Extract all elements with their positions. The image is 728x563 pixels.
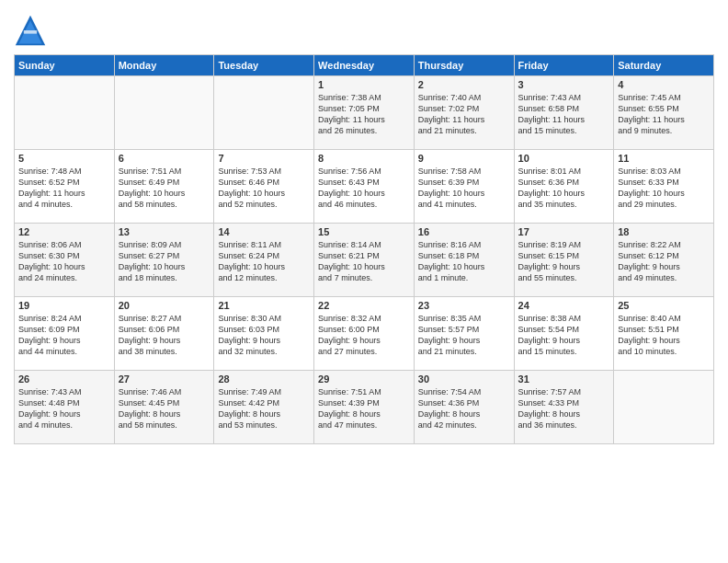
day-info: Sunrise: 7:51 AM Sunset: 4:39 PM Dayligh… xyxy=(318,386,410,431)
weekday-header-monday: Monday xyxy=(114,55,214,76)
day-number: 12 xyxy=(18,226,110,237)
day-info: Sunrise: 7:48 AM Sunset: 6:52 PM Dayligh… xyxy=(18,166,110,211)
calendar-cell: 11Sunrise: 8:03 AM Sunset: 6:33 PM Dayli… xyxy=(614,150,714,224)
weekday-header-row: SundayMondayTuesdayWednesdayThursdayFrid… xyxy=(15,55,714,76)
calendar-cell: 7Sunrise: 7:53 AM Sunset: 6:46 PM Daylig… xyxy=(214,150,314,224)
calendar-cell: 19Sunrise: 8:24 AM Sunset: 6:09 PM Dayli… xyxy=(15,297,115,371)
calendar-week-4: 19Sunrise: 8:24 AM Sunset: 6:09 PM Dayli… xyxy=(15,297,714,371)
day-info: Sunrise: 8:27 AM Sunset: 6:06 PM Dayligh… xyxy=(119,313,210,358)
calendar-cell xyxy=(614,371,714,444)
day-info: Sunrise: 7:46 AM Sunset: 4:45 PM Dayligh… xyxy=(119,386,210,431)
day-info: Sunrise: 8:40 AM Sunset: 5:51 PM Dayligh… xyxy=(618,313,710,358)
day-info: Sunrise: 8:06 AM Sunset: 6:30 PM Dayligh… xyxy=(18,239,110,284)
day-number: 10 xyxy=(518,153,610,164)
day-number: 11 xyxy=(618,153,710,164)
day-number: 5 xyxy=(18,153,110,164)
calendar-cell: 28Sunrise: 7:49 AM Sunset: 4:42 PM Dayli… xyxy=(214,371,314,444)
weekday-header-friday: Friday xyxy=(514,55,614,76)
day-number: 1 xyxy=(318,79,410,90)
calendar-cell: 12Sunrise: 8:06 AM Sunset: 6:30 PM Dayli… xyxy=(15,224,115,297)
svg-rect-2 xyxy=(24,30,37,34)
day-info: Sunrise: 7:43 AM Sunset: 6:58 PM Dayligh… xyxy=(518,92,610,137)
page-container: SundayMondayTuesdayWednesdayThursdayFrid… xyxy=(0,0,728,449)
day-info: Sunrise: 8:38 AM Sunset: 5:54 PM Dayligh… xyxy=(518,313,610,358)
day-info: Sunrise: 8:11 AM Sunset: 6:24 PM Dayligh… xyxy=(218,239,310,284)
calendar-cell: 25Sunrise: 8:40 AM Sunset: 5:51 PM Dayli… xyxy=(614,297,714,371)
weekday-header-thursday: Thursday xyxy=(414,55,514,76)
day-number: 30 xyxy=(418,373,510,385)
day-info: Sunrise: 8:16 AM Sunset: 6:18 PM Dayligh… xyxy=(418,239,510,284)
calendar-week-2: 5Sunrise: 7:48 AM Sunset: 6:52 PM Daylig… xyxy=(15,150,714,224)
day-number: 14 xyxy=(218,226,310,237)
calendar-cell: 30Sunrise: 7:54 AM Sunset: 4:36 PM Dayli… xyxy=(414,371,514,444)
day-info: Sunrise: 8:24 AM Sunset: 6:09 PM Dayligh… xyxy=(18,313,110,358)
calendar-cell: 8Sunrise: 7:56 AM Sunset: 6:43 PM Daylig… xyxy=(314,150,415,224)
day-number: 16 xyxy=(418,226,510,237)
calendar-cell: 20Sunrise: 8:27 AM Sunset: 6:06 PM Dayli… xyxy=(114,297,214,371)
day-info: Sunrise: 8:19 AM Sunset: 6:15 PM Dayligh… xyxy=(518,239,610,284)
calendar-cell: 16Sunrise: 8:16 AM Sunset: 6:18 PM Dayli… xyxy=(414,224,514,297)
calendar-cell: 9Sunrise: 7:58 AM Sunset: 6:39 PM Daylig… xyxy=(414,150,514,224)
day-info: Sunrise: 8:32 AM Sunset: 6:00 PM Dayligh… xyxy=(318,313,410,358)
calendar-cell: 2Sunrise: 7:40 AM Sunset: 7:02 PM Daylig… xyxy=(414,76,514,150)
weekday-header-sunday: Sunday xyxy=(15,55,115,76)
day-number: 29 xyxy=(318,373,410,385)
calendar-cell: 3Sunrise: 7:43 AM Sunset: 6:58 PM Daylig… xyxy=(514,76,614,150)
day-info: Sunrise: 7:53 AM Sunset: 6:46 PM Dayligh… xyxy=(218,166,310,211)
day-info: Sunrise: 7:45 AM Sunset: 6:55 PM Dayligh… xyxy=(618,92,710,137)
day-info: Sunrise: 8:35 AM Sunset: 5:57 PM Dayligh… xyxy=(418,313,510,358)
day-info: Sunrise: 8:30 AM Sunset: 6:03 PM Dayligh… xyxy=(218,313,310,358)
day-number: 26 xyxy=(18,373,110,385)
day-number: 3 xyxy=(518,79,610,90)
day-info: Sunrise: 7:49 AM Sunset: 4:42 PM Dayligh… xyxy=(218,386,310,431)
calendar-cell: 5Sunrise: 7:48 AM Sunset: 6:52 PM Daylig… xyxy=(15,150,115,224)
calendar-cell: 1Sunrise: 7:38 AM Sunset: 7:05 PM Daylig… xyxy=(314,76,415,150)
day-info: Sunrise: 7:58 AM Sunset: 6:39 PM Dayligh… xyxy=(418,166,510,211)
calendar-cell: 26Sunrise: 7:43 AM Sunset: 4:48 PM Dayli… xyxy=(15,371,115,444)
calendar-cell xyxy=(214,76,314,150)
weekday-header-wednesday: Wednesday xyxy=(314,55,415,76)
calendar-table: SundayMondayTuesdayWednesdayThursdayFrid… xyxy=(14,54,714,444)
calendar-cell: 15Sunrise: 8:14 AM Sunset: 6:21 PM Dayli… xyxy=(314,224,415,297)
calendar-cell: 6Sunrise: 7:51 AM Sunset: 6:49 PM Daylig… xyxy=(114,150,214,224)
day-number: 19 xyxy=(18,300,110,311)
day-info: Sunrise: 8:09 AM Sunset: 6:27 PM Dayligh… xyxy=(119,239,210,284)
day-number: 13 xyxy=(119,226,210,237)
day-info: Sunrise: 7:51 AM Sunset: 6:49 PM Dayligh… xyxy=(119,166,210,211)
day-number: 7 xyxy=(218,153,310,164)
day-number: 8 xyxy=(318,153,410,164)
calendar-cell: 21Sunrise: 8:30 AM Sunset: 6:03 PM Dayli… xyxy=(214,297,314,371)
day-number: 2 xyxy=(418,79,510,90)
day-info: Sunrise: 8:22 AM Sunset: 6:12 PM Dayligh… xyxy=(618,239,710,284)
day-info: Sunrise: 7:38 AM Sunset: 7:05 PM Dayligh… xyxy=(318,92,410,137)
header xyxy=(14,9,714,47)
calendar-cell: 23Sunrise: 8:35 AM Sunset: 5:57 PM Dayli… xyxy=(414,297,514,371)
day-number: 17 xyxy=(518,226,610,237)
calendar-week-3: 12Sunrise: 8:06 AM Sunset: 6:30 PM Dayli… xyxy=(15,224,714,297)
calendar-cell: 14Sunrise: 8:11 AM Sunset: 6:24 PM Dayli… xyxy=(214,224,314,297)
calendar-cell: 17Sunrise: 8:19 AM Sunset: 6:15 PM Dayli… xyxy=(514,224,614,297)
logo xyxy=(14,14,51,47)
day-number: 15 xyxy=(318,226,410,237)
day-number: 20 xyxy=(119,300,210,311)
weekday-header-saturday: Saturday xyxy=(614,55,714,76)
day-info: Sunrise: 7:43 AM Sunset: 4:48 PM Dayligh… xyxy=(18,386,110,431)
day-number: 21 xyxy=(218,300,310,311)
calendar-cell: 29Sunrise: 7:51 AM Sunset: 4:39 PM Dayli… xyxy=(314,371,415,444)
day-number: 31 xyxy=(518,373,610,385)
day-info: Sunrise: 8:03 AM Sunset: 6:33 PM Dayligh… xyxy=(618,166,710,211)
calendar-cell xyxy=(114,76,214,150)
weekday-header-tuesday: Tuesday xyxy=(214,55,314,76)
calendar-cell xyxy=(15,76,115,150)
day-number: 18 xyxy=(618,226,710,237)
day-number: 6 xyxy=(119,153,210,164)
calendar-cell: 18Sunrise: 8:22 AM Sunset: 6:12 PM Dayli… xyxy=(614,224,714,297)
day-info: Sunrise: 7:54 AM Sunset: 4:36 PM Dayligh… xyxy=(418,386,510,431)
logo-icon xyxy=(14,14,47,47)
calendar-week-5: 26Sunrise: 7:43 AM Sunset: 4:48 PM Dayli… xyxy=(15,371,714,444)
calendar-cell: 13Sunrise: 8:09 AM Sunset: 6:27 PM Dayli… xyxy=(114,224,214,297)
calendar-cell: 24Sunrise: 8:38 AM Sunset: 5:54 PM Dayli… xyxy=(514,297,614,371)
day-number: 28 xyxy=(218,373,310,385)
calendar-cell: 27Sunrise: 7:46 AM Sunset: 4:45 PM Dayli… xyxy=(114,371,214,444)
calendar-cell: 10Sunrise: 8:01 AM Sunset: 6:36 PM Dayli… xyxy=(514,150,614,224)
